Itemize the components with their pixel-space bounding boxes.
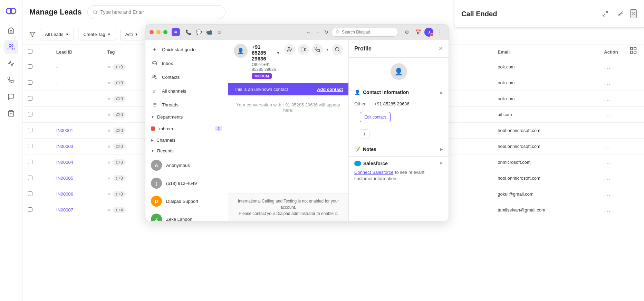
sidebar-item-phone[interactable]	[4, 73, 18, 87]
nav-forward-button[interactable]: →	[314, 28, 321, 36]
star-icon[interactable]: ★	[107, 191, 111, 197]
action-button[interactable]: Acti ▼	[120, 29, 144, 40]
chevron-down-icon: ▼	[107, 32, 111, 36]
row-checkbox[interactable]	[28, 191, 32, 196]
chevron-down-icon[interactable]: ▼	[276, 51, 280, 55]
add-info-button[interactable]: +	[360, 129, 369, 139]
phone-icon[interactable]	[312, 44, 323, 55]
menu-item-contacts[interactable]: Contacts	[145, 70, 228, 84]
recent-name: Anonymous	[166, 163, 190, 168]
more-options-button[interactable]: ...	[604, 127, 611, 134]
nav-back-button[interactable]: ←	[305, 28, 313, 36]
sidebar-item-contacts[interactable]	[4, 40, 18, 54]
edit-contact-button[interactable]: Edit contact	[360, 112, 391, 122]
user-avatar[interactable]: J	[424, 28, 433, 37]
select-all-checkbox[interactable]	[28, 49, 32, 54]
minimize-icon[interactable]	[615, 8, 626, 19]
lead-id-cell[interactable]: IN00001	[51, 123, 102, 139]
more-options-button[interactable]: ...	[604, 143, 611, 150]
sidebar	[0, 0, 22, 301]
row-checkbox[interactable]	[28, 207, 32, 212]
star-icon[interactable]: ★	[107, 112, 111, 117]
department-mhrcm[interactable]: mhrcm 2	[145, 122, 228, 135]
maximize-window-button[interactable]	[163, 30, 167, 34]
notes-section[interactable]: 📝 Notes ▶	[349, 142, 449, 156]
star-icon[interactable]: ★	[107, 128, 111, 133]
video-tab-icon[interactable]: 📹	[205, 28, 213, 36]
add-user-icon[interactable]	[284, 44, 295, 55]
profile-close-button[interactable]: ✕	[439, 45, 443, 52]
sidebar-item-analytics[interactable]	[4, 57, 18, 70]
menu-item-threads[interactable]: Threads	[145, 98, 228, 112]
sidebar-item-home[interactable]	[4, 23, 18, 37]
dialpad-search-input[interactable]	[342, 30, 394, 35]
phone-chevron-icon[interactable]: ▼	[326, 48, 329, 51]
close-window-button[interactable]	[150, 30, 154, 34]
star-icon[interactable]: ★	[107, 207, 111, 213]
more-options-button[interactable]: ⋮	[435, 28, 444, 37]
calendar-icon[interactable]: 📅	[413, 28, 422, 37]
recents-section-header[interactable]: ▼ Recents	[145, 145, 228, 156]
lead-id-cell[interactable]: IN00004	[51, 154, 102, 170]
search-input[interactable]	[100, 9, 220, 15]
menu-item-quick-start[interactable]: ✦ Quick start guide	[145, 43, 228, 56]
email-cell: ook.com	[492, 91, 598, 107]
star-icon[interactable]: ★	[107, 80, 111, 85]
contact-info-section[interactable]: 👤 Contact information ▲	[349, 85, 449, 99]
star-icon[interactable]: ★	[107, 64, 111, 69]
menu-item-inbox[interactable]: Inbox	[145, 56, 228, 70]
lead-id-cell[interactable]: IN00005	[51, 170, 102, 186]
recent-item[interactable]: A Anonymous	[145, 156, 228, 174]
row-checkbox[interactable]	[28, 64, 32, 69]
grid-view-toggle[interactable]	[629, 47, 637, 56]
row-checkbox[interactable]	[28, 96, 32, 101]
sidebar-item-store[interactable]	[4, 106, 18, 120]
all-leads-filter[interactable]: All Leads ▼	[40, 29, 74, 40]
more-options-button[interactable]: ...	[604, 95, 611, 102]
add-contact-button[interactable]: Add contact	[317, 87, 343, 92]
call-tab-icon[interactable]: 📞	[184, 28, 192, 36]
create-tag-button[interactable]: Create Tag ▼	[78, 29, 116, 40]
more-options-button[interactable]: ...	[604, 111, 611, 118]
lead-id-cell[interactable]: IN00006	[51, 186, 102, 202]
recent-item[interactable]: Z Zeke Landon	[145, 210, 228, 221]
departments-section-header[interactable]: ▼ Departments	[145, 112, 228, 122]
video-call-icon[interactable]	[298, 44, 309, 55]
settings-icon[interactable]: ⚙	[402, 28, 411, 37]
row-checkbox[interactable]	[28, 112, 32, 116]
chevron-right-icon: ▶	[151, 138, 154, 142]
recent-item[interactable]: ( (618) 912-4649	[145, 174, 228, 192]
star-icon[interactable]: ★	[107, 160, 111, 165]
row-checkbox[interactable]	[28, 144, 32, 148]
star-icon[interactable]: ★	[107, 144, 111, 149]
lead-id-cell[interactable]: IN00003	[51, 139, 102, 154]
more-options-button[interactable]: ...	[604, 63, 611, 70]
sidebar-item-messages[interactable]	[4, 90, 18, 104]
salesforce-header[interactable]: Salesforce ▼	[354, 161, 443, 166]
minimize-window-button[interactable]	[156, 30, 161, 34]
more-options-button[interactable]: ...	[604, 159, 611, 166]
channels-section-header[interactable]: ▶ Channels	[145, 135, 228, 145]
more-options-button[interactable]: ...	[604, 79, 611, 86]
nav-refresh-button[interactable]: ↻	[323, 28, 330, 36]
menu-item-all-channels[interactable]: # All channels	[145, 84, 228, 98]
search-icon[interactable]	[332, 44, 343, 55]
star-icon[interactable]: ★	[107, 96, 111, 101]
contact-info: +91 85285 29636 ▼ Other:+91 85285 29636 …	[252, 44, 280, 79]
chat-tab-icon[interactable]: 💬	[194, 28, 203, 36]
call-banner-close-button[interactable]: ✕	[630, 9, 637, 18]
expand-icon[interactable]	[600, 8, 611, 19]
recent-item[interactable]: D Dialpad Support	[145, 192, 228, 210]
email-cell: hool.onmicrosoft.com	[492, 123, 598, 139]
more-options-button[interactable]: ...	[604, 175, 611, 181]
more-options-button[interactable]: ...	[604, 190, 611, 197]
lead-id-cell[interactable]: IN00007	[51, 202, 102, 218]
star-icon[interactable]: ★	[107, 176, 111, 181]
row-checkbox[interactable]	[28, 80, 32, 85]
connect-salesforce-link[interactable]: Connect Salesforce	[354, 170, 393, 175]
more-options-button[interactable]: ...	[604, 206, 611, 213]
row-checkbox[interactable]	[28, 160, 32, 164]
emoji-tab-icon[interactable]: ☺	[215, 28, 223, 36]
row-checkbox[interactable]	[28, 128, 32, 132]
row-checkbox[interactable]	[28, 176, 32, 180]
